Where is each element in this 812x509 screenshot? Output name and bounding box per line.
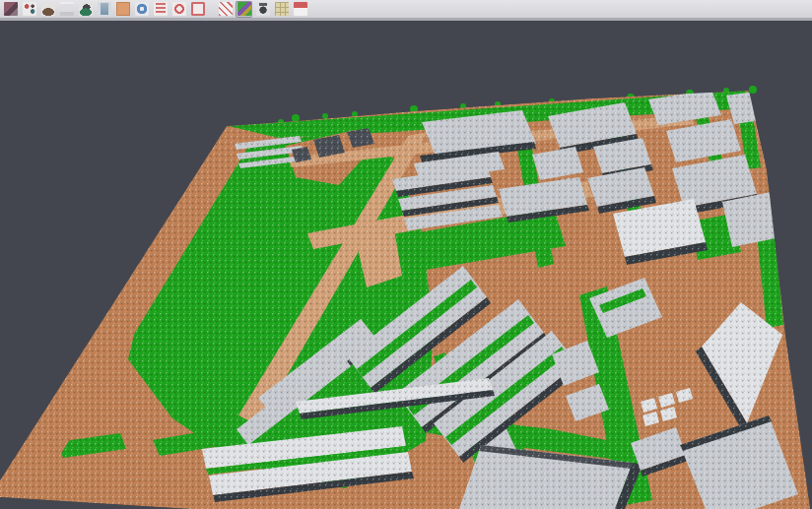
red-rows-icon: [154, 2, 168, 16]
red-teal-dots-button[interactable]: [21, 1, 37, 18]
tree-canopy-bump: [322, 113, 328, 119]
maroon-grid-button[interactable]: [2, 1, 19, 18]
green-hill-button[interactable]: [77, 1, 94, 18]
blue-column-icon: [98, 2, 111, 16]
red-rows-button[interactable]: [152, 1, 169, 18]
application-window: [0, 0, 812, 509]
red-corners-button[interactable]: [189, 1, 206, 18]
red-stripe-document-icon: [294, 2, 307, 16]
maroon-grid-icon: [4, 2, 18, 16]
point-cloud-viewport[interactable]: [0, 0, 812, 509]
dark-camera-icon: [256, 2, 270, 16]
red-corners-icon: [191, 2, 205, 16]
red-ring-icon: [172, 2, 186, 16]
red-stripe-document-button[interactable]: [292, 1, 308, 18]
orange-square-button[interactable]: [114, 1, 131, 18]
orange-square-icon: [116, 2, 130, 16]
blue-column-button[interactable]: [96, 1, 112, 18]
gray-document-icon: [60, 2, 74, 16]
gray-document-button[interactable]: [58, 1, 75, 18]
blue-globe-button[interactable]: [133, 1, 150, 18]
red-hatch-box-icon: [219, 2, 233, 16]
red-teal-dots-icon: [23, 2, 36, 16]
blue-globe-icon: [135, 2, 149, 16]
green-palette-button[interactable]: [236, 1, 252, 18]
terrain-group: [0, 79, 812, 509]
toolbar-separator: [208, 1, 217, 18]
brown-hill-button[interactable]: [39, 1, 56, 18]
red-hatch-box-button[interactable]: [217, 1, 234, 18]
point-dither-overlay: [0, 79, 812, 509]
green-hill-icon: [79, 2, 93, 16]
tan-grid-button[interactable]: [273, 1, 290, 18]
main-toolbar: [0, 0, 812, 21]
tan-grid-icon: [275, 2, 289, 16]
red-ring-button[interactable]: [170, 1, 187, 18]
green-palette-icon: [237, 2, 251, 16]
tree-canopy-bump: [749, 86, 757, 94]
dark-camera-button[interactable]: [254, 1, 271, 18]
brown-hill-icon: [41, 2, 55, 16]
